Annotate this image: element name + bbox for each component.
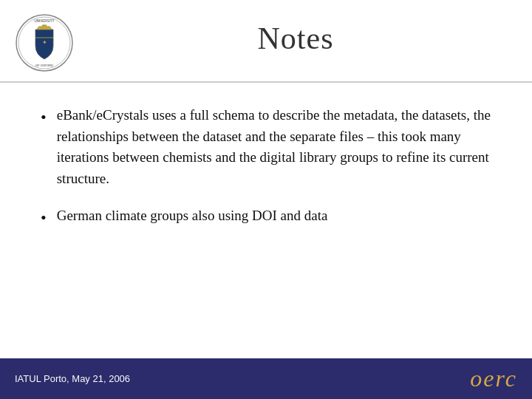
content-area: • eBank/eCrystals uses a full schema to … xyxy=(0,83,532,358)
list-item: • eBank/eCrystals uses a full schema to … xyxy=(41,105,491,189)
title-area: Notes xyxy=(89,13,502,56)
bullet-icon: • xyxy=(41,105,47,129)
logo-area: UNIVERSITY OF OXFORD ✦ xyxy=(15,13,89,72)
header: UNIVERSITY OF OXFORD ✦ Notes xyxy=(0,0,532,83)
footer-left-text: IATUL Porto, May 21, 2006 xyxy=(15,373,130,384)
svg-text:UNIVERSITY: UNIVERSITY xyxy=(34,19,54,23)
footer-logo-text: oerc xyxy=(470,365,517,392)
svg-text:✦: ✦ xyxy=(42,39,47,46)
bullet-text-2: German climate groups also using DOI and… xyxy=(57,205,491,227)
page-title: Notes xyxy=(258,21,334,56)
footer: IATUL Porto, May 21, 2006 oerc xyxy=(0,358,532,399)
bullet-icon: • xyxy=(41,205,47,230)
slide: UNIVERSITY OF OXFORD ✦ Notes • eBank/eCr… xyxy=(0,0,532,399)
svg-text:OF OXFORD: OF OXFORD xyxy=(35,64,53,67)
list-item: • German climate groups also using DOI a… xyxy=(41,205,491,230)
bullet-text-1: eBank/eCrystals uses a full schema to de… xyxy=(57,105,491,189)
university-crest: UNIVERSITY OF OXFORD ✦ xyxy=(15,13,74,72)
bullet-list: • eBank/eCrystals uses a full schema to … xyxy=(41,105,491,246)
